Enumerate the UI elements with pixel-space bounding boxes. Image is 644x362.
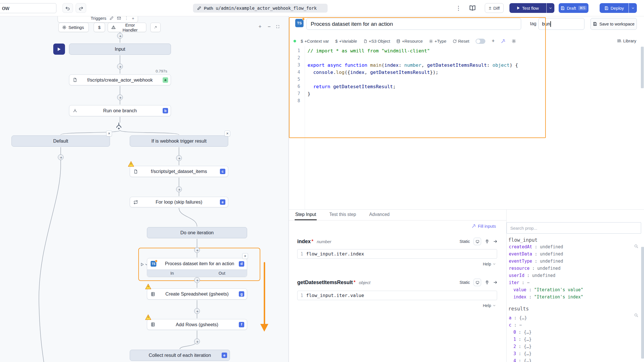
tab-step-input[interactable]: Step Input [295,210,317,220]
step-out-tab[interactable]: Out [197,270,247,277]
search-prop-input[interactable] [507,222,641,234]
add-step-connector[interactable]: + [194,247,200,253]
input-expression-editor[interactable]: 1 flow_input.iter.index [297,249,497,259]
arrow-right-icon[interactable] [493,239,498,244]
library-button[interactable]: Library [615,38,638,44]
help-link[interactable]: Help [481,303,498,308]
tree-row[interactable]: 2 : {…} [507,343,640,350]
delete-step-button[interactable]: × [242,253,248,259]
layout-panels-button[interactable] [467,4,478,12]
test-flow-button[interactable]: Test flow [509,3,546,13]
deploy-button[interactable]: Deploy [600,3,629,13]
ai-gen-button[interactable] [501,39,505,44]
arrow-right-icon[interactable] [493,280,498,285]
tree-value: {…} [524,344,531,349]
tree-row[interactable]: userId : undefined [507,272,640,279]
ai-assistant-button[interactable] [150,23,161,32]
zoom-in-button[interactable]: + [257,23,263,30]
add-step-connector[interactable]: + [194,277,200,283]
expand-editor-button[interactable] [474,279,481,286]
add-step-connector[interactable]: + [58,154,64,160]
delete-branch-button[interactable]: × [224,131,230,136]
path-display[interactable]: Path u/admin/example_actor_webhook_flow_… [193,4,328,13]
delete-branch-button[interactable]: × [106,131,112,136]
add-assistant-button[interactable]: + [492,38,495,44]
add-step-connector[interactable]: + [176,155,182,161]
flow-node-add-rows[interactable]: Add Rows (gsheets) f [147,319,247,330]
test-flow-dropdown-button[interactable] [547,3,554,13]
props-scrollbar-thumb[interactable] [641,247,644,359]
input-expression-editor[interactable]: 1 flow_input.iter.value [297,291,497,300]
tree-row[interactable]: eventData : undefined [507,251,640,258]
more-menu-button[interactable]: ⋮ [454,4,463,12]
tree-row[interactable]: value : "Iteration's value" [507,286,640,294]
tree-row[interactable]: a : {…} [507,314,640,322]
flow-node-input[interactable]: Input [69,44,171,55]
flow-node-default-branch[interactable]: Default [11,135,110,147]
help-link[interactable]: Help [481,261,498,267]
expand-editor-button[interactable] [474,238,481,245]
triggers-bar[interactable]: Triggers ⋮ + [58,16,138,23]
tree-row[interactable]: 0 : {…} [507,329,640,336]
flow-node-do-one-iteration[interactable]: Do one iteration [147,227,247,238]
flow-node-if-webhook-branch[interactable]: If is webhook trigger result [130,135,228,147]
flow-node-run-one-branch[interactable]: Run one branch b [69,105,171,116]
step-in-tab[interactable]: In [147,270,197,277]
flow-node-for-loop[interactable]: For loop (skip failures) e [130,197,228,207]
add-branch-control[interactable] [115,122,125,131]
zoom-out-button[interactable]: − [266,23,273,30]
variables-button[interactable]: $ [94,23,105,32]
deploy-dropdown-button[interactable] [629,3,637,13]
tree-row[interactable]: eventType : undefined [507,258,640,265]
fill-inputs-button[interactable]: Fill inputs [470,223,498,229]
add-step-connector[interactable]: + [194,339,200,344]
fit-view-button[interactable] [274,23,281,30]
code-lines[interactable]: // import * as wmill from "windmill-clie… [305,46,640,209]
add-resource-button[interactable]: +Resource [396,39,423,44]
undo-button[interactable] [62,3,73,13]
reset-button[interactable]: Reset [453,39,469,44]
tree-row[interactable]: c : − [507,322,640,329]
tab-advanced[interactable]: Advanced [369,210,390,220]
add-step-connector[interactable]: + [194,308,200,314]
redo-button[interactable] [76,3,86,13]
editor-settings-button[interactable] [512,39,516,43]
run-step-icon[interactable] [140,263,144,266]
tree-row[interactable]: 3 : {…} [507,350,640,357]
tree-row[interactable]: 1 : {…} [507,336,640,343]
tag-input[interactable]: bun [538,18,584,30]
save-to-workspace-button[interactable]: Save to workspace [590,18,637,30]
flow-node-create-actor-webhook[interactable]: f/scripts/create_actor_webhook a [69,74,171,85]
error-handler-button[interactable]: Error Handler [108,23,146,32]
add-variable-button[interactable]: $ +Variable [335,39,357,44]
add-context-var-button[interactable]: $ +Context var [301,39,329,44]
diff-button[interactable]: ± Diff [485,3,504,13]
add-step-connector[interactable]: + [176,186,182,192]
results-title[interactable]: results [508,306,529,312]
plug-icon[interactable] [485,280,489,285]
plug-icon[interactable] [485,239,489,244]
tree-row[interactable]: 4 : {…} [507,357,640,362]
add-type-button[interactable]: +Type [429,39,446,44]
add-step-connector[interactable]: + [117,33,123,39]
add-s3-object-button[interactable]: +S3 Object [363,39,390,44]
draft-button[interactable]: Draft ⌘S [559,3,588,13]
tab-test-this-step[interactable]: Test this step [329,210,357,220]
flow-node-collect-result[interactable]: Collect result of each iteration e [130,350,230,361]
flow-node-get-dataset-items[interactable]: f/scripts/get_dataset_items c [130,166,228,177]
editor-scrollbar-thumb[interactable] [641,47,644,88]
tree-row[interactable]: resource : undefined [507,265,640,272]
add-step-connector[interactable]: + [117,64,123,69]
flow-node-selected-step[interactable]: TS Process dataset item for an action d … [147,258,247,277]
flow-name-input[interactable]: ow [0,3,56,13]
tree-row[interactable]: iter : − [507,279,640,286]
tree-row[interactable]: index : "Iteration's index" [507,294,640,301]
add-step-connector[interactable]: + [117,95,123,100]
flow-settings-button[interactable]: Settings [58,23,89,32]
diff-mode-toggle[interactable] [476,39,485,44]
flow-node-create-spreadsheet[interactable]: Create Spreadsheet (gsheets) g [147,288,247,300]
step-name-input[interactable]: Process dataset item for an action [306,18,521,30]
tree-row[interactable]: createdAt : undefined [507,243,640,251]
run-flow-button[interactable] [53,44,65,55]
flow-input-title[interactable]: flow_input [508,237,537,243]
